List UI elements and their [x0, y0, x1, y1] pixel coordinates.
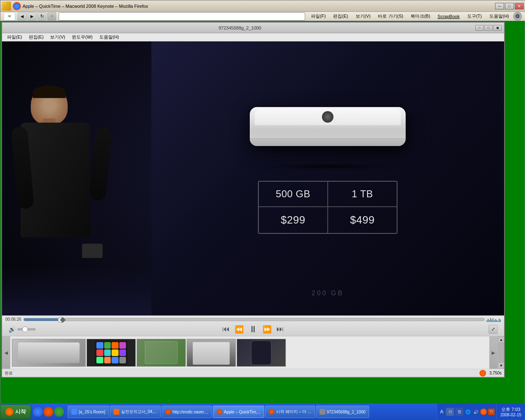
back-button[interactable]: ◄	[18, 12, 27, 21]
taskbar-item-label-0: [a_JS's Room]	[79, 410, 105, 414]
quicklaunch-icon-3[interactable]	[54, 407, 64, 417]
qt-status-bar: 완료 3,750s	[2, 369, 504, 377]
thumbnail-item-macbook[interactable]	[187, 339, 236, 367]
thumb-vertical-scrollbar[interactable]: ▲ ▼	[498, 336, 504, 369]
video-area: 500 GB 1 TB $299 $499 200 GB	[2, 41, 504, 315]
keyboard-layout-icon[interactable]: A	[439, 409, 445, 415]
clock-time: 오후 7:03	[501, 406, 520, 413]
qt-menu-edit[interactable]: 편집(E)	[26, 34, 46, 41]
ime-icon[interactable]: 가	[446, 408, 454, 416]
qt-menubar: 파일(E) 편집(E) 보기(V) 윈도우(W) 도움말(H)	[2, 33, 504, 41]
taskbar-item-label-5: 972345688g_2_1000	[327, 410, 366, 414]
qt-progress-row: 00:06:26	[5, 317, 501, 322]
taskbar-item-2[interactable]: http://endic.naver....	[162, 406, 212, 418]
qt-current-time: 00:06:26	[5, 317, 22, 322]
storage-option-1: 500 GB	[258, 181, 328, 207]
menu-bookmarks[interactable]: 북마크(B)	[407, 12, 434, 20]
taskbar-item-icon-0	[71, 409, 77, 415]
pricing-table: 500 GB 1 TB $299 $499	[258, 181, 397, 234]
gear-icon[interactable]: ⚙	[513, 12, 522, 21]
taskbar-divider-1	[66, 407, 66, 417]
taskbar-item-4[interactable]: 시작 페이지 – 더 ...	[265, 406, 315, 418]
price-option-1: $299	[258, 207, 328, 233]
taskbar-item-label-2: http://endic.naver....	[173, 410, 208, 414]
menu-tools[interactable]: 도구(T)	[464, 12, 485, 20]
thumbnail-item-iphone-grid[interactable]	[87, 339, 136, 367]
korean-icon: 🇰🇷	[4, 12, 15, 21]
system-tray: A 가 한 🌐 🔊 🛡	[437, 404, 496, 420]
stop-button[interactable]: ✕	[47, 12, 56, 21]
qt-menu-view[interactable]: 보기(V)	[48, 34, 68, 41]
refresh-button[interactable]: ↻	[37, 12, 46, 21]
volume-tray-icon[interactable]: 🔊	[472, 409, 479, 415]
clock-date: 2008-02-15	[500, 413, 521, 417]
close-button[interactable]: ✕	[515, 3, 524, 9]
volume-icon: 🔊	[9, 326, 16, 333]
taskbar-item-3[interactable]: Apple – QuickTim,...	[213, 406, 265, 418]
qt-volume-area: 🔊	[9, 326, 36, 333]
pricing-row-storage: 500 GB 1 TB	[258, 181, 397, 207]
menu-scrapbook[interactable]: ScrapBook	[434, 13, 463, 20]
taskbar-item-label-4: 시작 페이지 – 더 ...	[276, 409, 311, 415]
presentation-slide: 500 GB 1 TB $299 $499 200 GB	[151, 41, 504, 315]
thumbnail-item-phone2[interactable]	[237, 339, 286, 367]
pause-button[interactable]: ⏸	[246, 324, 260, 335]
thumbnail-scrollable-area	[10, 336, 489, 369]
ime-icon-2[interactable]: 한	[455, 408, 463, 416]
price-option-2: $499	[328, 207, 397, 233]
windows-taskbar: 시작 [a_JS's Room] 실전모의고사_04,... http://en…	[0, 404, 525, 420]
firefox-menubar: 🇰🇷 ◄ ► ↻ ✕ 파일(F) 편집(E) 보기(V) 바로 가기(S) 북마…	[0, 12, 525, 21]
qt-minimize[interactable]: ─	[475, 25, 484, 31]
taskbar-item-5[interactable]: 972345688g_2_1000	[316, 406, 370, 418]
antivirus-tray-icon[interactable]: 🛡	[488, 409, 495, 415]
qt-progress-bar[interactable]	[23, 318, 485, 321]
window-controls: ─ □ ✕	[495, 3, 524, 9]
scroll-arrow-up[interactable]: ▲	[498, 336, 504, 343]
scroll-arrow-down[interactable]: ▼	[498, 362, 504, 369]
qt-menu-window[interactable]: 윈도우(W)	[69, 34, 95, 41]
menu-help[interactable]: 도움말(H)	[486, 12, 512, 20]
step-forward-button[interactable]: ⏩	[260, 324, 274, 334]
menu-file[interactable]: 파일(F)	[308, 12, 329, 20]
taskbar-item-1[interactable]: 실전모의고사_04,...	[110, 406, 161, 418]
qt-volume-slider[interactable]	[17, 328, 36, 331]
maximize-button[interactable]: □	[505, 3, 514, 9]
menu-goto[interactable]: 바로 가기(S)	[374, 12, 406, 20]
storage-option-2: 1 TB	[328, 181, 397, 207]
menu-edit[interactable]: 편집(E)	[330, 12, 352, 20]
thumb-scroll-left[interactable]: ◄	[2, 336, 10, 369]
qt-expand-button[interactable]: ⤢	[488, 325, 498, 334]
start-button[interactable]: 시작	[0, 404, 31, 419]
qt-controls: 00:06:26	[2, 315, 504, 336]
minimize-button[interactable]: ─	[495, 3, 504, 9]
skip-to-end-button[interactable]: ⏭	[274, 324, 287, 334]
forward-button[interactable]: ►	[27, 12, 37, 21]
start-label: 시작	[15, 408, 26, 415]
thumb-scroll-right[interactable]: ►	[489, 336, 498, 369]
quicktime-window: 972345688g_2_1000 ─ □ ▣ 파일(E) 편집(E) 보기(V…	[1, 22, 505, 378]
thumbnail-item-maps[interactable]	[137, 339, 186, 367]
qt-menu-file[interactable]: 파일(E)	[5, 34, 25, 41]
qt-maximize[interactable]: □	[484, 25, 493, 31]
scroll-thumb[interactable]	[498, 343, 504, 362]
slide-bottom-text: 200 GB	[312, 290, 344, 297]
step-back-button[interactable]: ⏪	[233, 324, 246, 334]
skip-to-start-button[interactable]: ⏮	[219, 324, 233, 334]
quicklaunch-icon-1[interactable]	[33, 407, 43, 417]
folder-icon	[2, 2, 11, 11]
qt-restore[interactable]: ▣	[493, 25, 502, 31]
thumbnail-item-laptop[interactable]	[12, 339, 86, 367]
qt-progress-fill	[24, 318, 61, 321]
firefox-tray-icon[interactable]	[480, 409, 487, 415]
qt-menu-help[interactable]: 도움말(H)	[97, 34, 121, 41]
taskbar-item-icon-2	[165, 409, 171, 415]
taskbar-item-0[interactable]: [a_JS's Room]	[68, 406, 109, 418]
clock-area[interactable]: 오후 7:03 2008-02-15	[496, 404, 525, 420]
url-bar[interactable]	[59, 12, 305, 21]
menu-view[interactable]: 보기(V)	[352, 12, 374, 20]
network-icon[interactable]: 🌐	[465, 409, 471, 415]
qt-title: 972345688g_2_1000	[5, 25, 475, 30]
quicklaunch-icon-2[interactable]	[43, 407, 53, 417]
qt-duration: 3,750s	[489, 371, 502, 375]
qt-volume-knob[interactable]	[22, 326, 28, 332]
